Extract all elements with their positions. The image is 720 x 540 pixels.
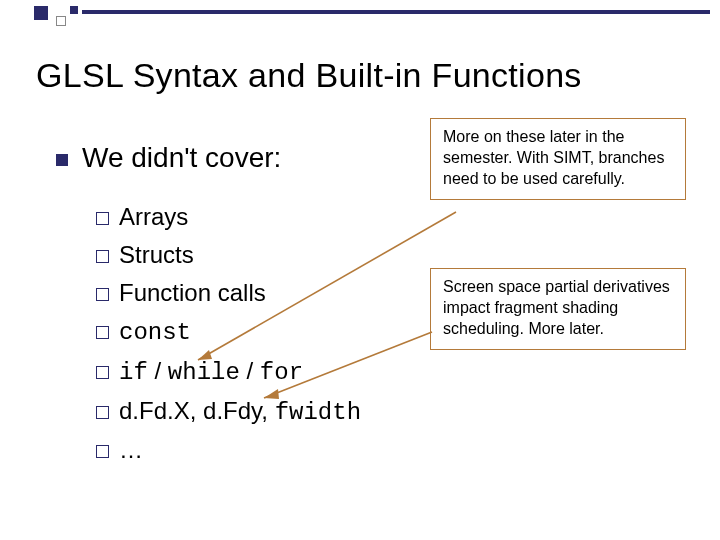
item-arrays: Arrays	[96, 198, 426, 236]
separator: /	[148, 357, 168, 384]
kw-for: for	[260, 359, 303, 386]
sub-bullet-list: Arrays Structs Function calls const if /…	[96, 198, 426, 469]
item-label: Structs	[119, 241, 194, 268]
bullet-box-icon	[96, 406, 109, 419]
kw-fwidth: fwidth	[275, 399, 361, 426]
item-const: const	[96, 312, 426, 352]
bullet-square-icon	[56, 154, 68, 166]
kw-while: while	[168, 359, 240, 386]
deco-square-filled	[34, 6, 48, 20]
bullet-box-icon	[96, 445, 109, 458]
bullet-box-icon	[96, 326, 109, 339]
item-label: Arrays	[119, 203, 188, 230]
item-label: …	[119, 436, 143, 463]
callout-derivatives: Screen space partial derivatives impact …	[430, 268, 686, 350]
bullet-box-icon	[96, 212, 109, 225]
item-label: Function calls	[119, 279, 266, 306]
separator: ,	[190, 397, 203, 424]
kw-dfdy: d.Fdy	[203, 397, 261, 424]
kw-if: if	[119, 359, 148, 386]
bullet-box-icon	[96, 288, 109, 301]
header-decoration	[0, 0, 720, 32]
deco-bar	[82, 10, 710, 14]
item-function-calls: Function calls	[96, 274, 426, 312]
separator: ,	[261, 397, 274, 424]
separator: /	[240, 357, 260, 384]
item-structs: Structs	[96, 236, 426, 274]
deco-square-outline	[56, 16, 66, 26]
bullet-box-icon	[96, 366, 109, 379]
kw-dfdx: d.Fd.X	[119, 397, 190, 424]
item-label: const	[119, 319, 191, 346]
bullet-box-icon	[96, 250, 109, 263]
item-control-flow: if / while / for	[96, 352, 426, 392]
heading-text: We didn't cover:	[82, 142, 281, 173]
item-derivatives: d.Fd.X, d.Fdy, fwidth	[96, 392, 426, 432]
heading-level1: We didn't cover:	[56, 142, 281, 174]
slide-title: GLSL Syntax and Built-in Functions	[36, 56, 582, 95]
callout-simt: More on these later in the semester. Wit…	[430, 118, 686, 200]
deco-square-small	[70, 6, 78, 14]
item-ellipsis: …	[96, 431, 426, 469]
